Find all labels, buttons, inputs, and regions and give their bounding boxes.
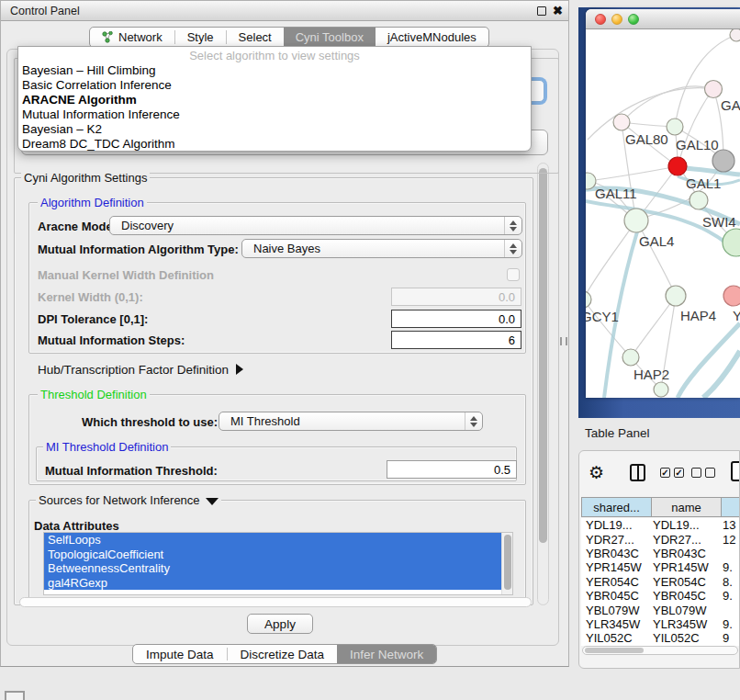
- algorithm-option[interactable]: Bayesian – Hill Climbing: [18, 63, 531, 78]
- tab-style[interactable]: Style: [175, 28, 226, 47]
- attribute-item[interactable]: gal4RGexp: [44, 576, 502, 591]
- algorithm-option[interactable]: Basic Correlation Inference: [18, 78, 531, 93]
- node-gal4[interactable]: [624, 209, 648, 232]
- select-all-checkbox-icon[interactable]: ✓: [674, 468, 684, 478]
- tab-jactivemnodules[interactable]: jActiveMNodules: [376, 28, 488, 47]
- aracne-mode-combobox[interactable]: Discovery: [109, 216, 522, 235]
- sources-title[interactable]: Sources for Network Inference: [36, 494, 221, 506]
- tab-impute-data[interactable]: Impute Data: [133, 645, 227, 663]
- mi-threshold-group-title: MI Threshold Definition: [43, 441, 171, 453]
- manual-kernel-width-checkbox[interactable]: [507, 268, 520, 281]
- control-panel-titlebar[interactable]: Control Panel ✖: [1, 1, 568, 21]
- deselect-all-checkbox-icon[interactable]: [691, 468, 701, 478]
- mi-steps-field[interactable]: 6: [391, 331, 521, 349]
- manual-kernel-width-label: Manual Kernel Width Definition: [38, 268, 214, 282]
- tab-infer-network[interactable]: Infer Network: [337, 645, 436, 663]
- which-threshold-label: Which threshold to use:: [82, 415, 218, 429]
- close-traffic-light-icon[interactable]: [595, 14, 606, 25]
- node-large-green[interactable]: [723, 229, 740, 256]
- node-gal1-selected[interactable]: [668, 157, 687, 175]
- cell: YIL052C: [651, 631, 721, 645]
- scrollbar-thumb[interactable]: [585, 648, 644, 653]
- table-row[interactable]: YBL079WYBL079W: [581, 603, 740, 616]
- node-hap4[interactable]: [666, 286, 686, 306]
- hub-definition-expander[interactable]: Hub/Transcription Factor Definition: [38, 363, 243, 377]
- minimize-traffic-light-icon[interactable]: [611, 14, 622, 25]
- node[interactable]: [654, 382, 668, 397]
- algorithm-option-highlighted[interactable]: ARACNE Algorithm: [18, 93, 531, 107]
- which-threshold-combobox[interactable]: MI Threshold: [219, 412, 483, 431]
- kernel-width-value: 0.0: [499, 290, 515, 304]
- algorithm-option[interactable]: Dream8 DC_TDC Algorithm: [18, 137, 531, 152]
- table-row[interactable]: YPR145WYPR145W9.: [581, 560, 740, 574]
- node[interactable]: [730, 29, 740, 41]
- node-gcy1[interactable]: [586, 291, 591, 308]
- new-table-icon[interactable]: [731, 461, 740, 481]
- columns-icon[interactable]: [630, 464, 645, 481]
- node-gray[interactable]: [712, 150, 734, 172]
- mi-algorithm-type-combobox[interactable]: Naive Bayes: [241, 239, 522, 258]
- table-body: YDL19...YDL19...13 YDR27...YDR27...12 YB…: [581, 518, 740, 646]
- node-gal[interactable]: [705, 81, 723, 98]
- table-row[interactable]: YDR27...YDR27...12: [581, 532, 740, 546]
- mi-steps-label: Mutual Information Steps:: [38, 333, 185, 347]
- kernel-width-field[interactable]: 0.0: [391, 288, 521, 306]
- attribute-list-scrollbar[interactable]: [501, 533, 512, 594]
- cell: YIL052C: [581, 631, 651, 645]
- bottom-tabbar: Impute Data Discretize Data Infer Networ…: [132, 644, 437, 664]
- apply-button[interactable]: Apply: [247, 614, 313, 634]
- stepper-arrows-icon: [465, 412, 482, 430]
- column-header-clipped[interactable]: [721, 497, 740, 517]
- dpi-tolerance-field[interactable]: 0.0: [391, 310, 521, 328]
- node-gal10[interactable]: [667, 119, 683, 135]
- table-row[interactable]: YLR345WYLR345W9.: [581, 617, 740, 631]
- tab-cyni-toolbox[interactable]: Cyni Toolbox: [284, 28, 376, 47]
- node-swi4[interactable]: [690, 191, 708, 209]
- table-row[interactable]: YDL19...YDL19...13: [581, 518, 740, 532]
- panel-resize-grip[interactable]: [560, 337, 567, 345]
- minimized-panel-icon[interactable]: [5, 691, 25, 700]
- table-panel: ⚙ ✓ ✓ shared... name YDL19...YDL19...13 …: [578, 450, 740, 669]
- table-row[interactable]: YIL052CYIL052C9: [581, 631, 740, 645]
- tab-network[interactable]: Network: [90, 28, 174, 47]
- scrollbar-thumb[interactable]: [504, 535, 511, 590]
- tab-discretize-data[interactable]: Discretize Data: [228, 645, 338, 663]
- table-row[interactable]: YBR043CYBR043C: [581, 547, 740, 560]
- cell: YBR045C: [651, 589, 721, 603]
- scrollbar-thumb[interactable]: [539, 168, 547, 543]
- deselect-all-checkbox-icon[interactable]: [705, 468, 715, 478]
- zoom-traffic-light-icon[interactable]: [628, 14, 639, 25]
- threshold-definition-title: Threshold Definition: [38, 389, 150, 401]
- algorithm-option[interactable]: Mutual Information Inference: [18, 107, 531, 122]
- node-label: GAL1: [686, 175, 721, 191]
- node-label: HAP4: [680, 308, 716, 323]
- float-window-icon[interactable]: [537, 6, 546, 16]
- algorithm-option[interactable]: Bayesian – K2: [18, 122, 531, 137]
- node-label: GAL80: [625, 131, 668, 147]
- attribute-item[interactable]: TopologicalCoefficient: [44, 548, 502, 562]
- node-gal80[interactable]: [613, 114, 630, 130]
- settings-horizontal-scrollbar[interactable]: [19, 597, 532, 607]
- select-all-checkbox-icon[interactable]: ✓: [660, 468, 670, 478]
- node-salmon[interactable]: [723, 286, 740, 306]
- tab-infer-network-label: Infer Network: [350, 648, 423, 661]
- table-horizontal-scrollbar[interactable]: [582, 646, 738, 655]
- network-window-titlebar[interactable]: [586, 9, 740, 29]
- attribute-item[interactable]: SelfLoops: [44, 533, 502, 548]
- expand-arrow-icon: [236, 364, 243, 375]
- column-header-shared-name[interactable]: shared...: [581, 497, 652, 517]
- table-row[interactable]: YER054CYER054C8.: [581, 575, 740, 589]
- close-icon[interactable]: ✖: [553, 4, 563, 18]
- data-attributes-list[interactable]: SelfLoops TopologicalCoefficient Between…: [43, 532, 513, 595]
- cell: YER054C: [651, 575, 721, 589]
- node-label: SWI4: [702, 214, 736, 230]
- gear-icon[interactable]: ⚙: [589, 460, 604, 486]
- network-canvas[interactable]: GAL GAL80 GAL10 GAL1 GAL11 SWI4 GAL4 GCY…: [586, 29, 740, 398]
- tab-select[interactable]: Select: [227, 28, 284, 47]
- node-hap2[interactable]: [622, 349, 639, 366]
- tab-select-label: Select: [239, 30, 272, 44]
- mi-threshold-field[interactable]: 0.5: [387, 460, 517, 479]
- attribute-item[interactable]: BetweennessCentrality: [44, 561, 502, 576]
- table-row[interactable]: YBR045CYBR045C9.: [581, 589, 740, 603]
- column-header-name[interactable]: name: [651, 497, 722, 517]
